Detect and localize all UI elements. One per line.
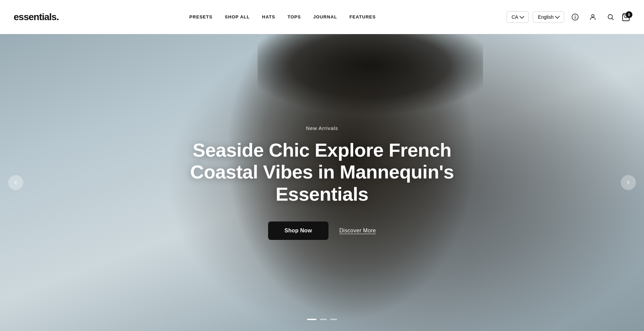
language-chevron-icon (555, 14, 560, 19)
site-logo[interactable]: essentials. (14, 12, 59, 23)
shop-now-button[interactable]: Shop Now (268, 221, 328, 240)
hero-hat-overlay (258, 34, 483, 138)
cart-count: 0 (626, 11, 632, 18)
region-value: CA (512, 14, 518, 20)
search-icon (607, 13, 614, 21)
hero-content: New Arrivals Seaside Chic Explore French… (169, 125, 475, 240)
search-button[interactable] (604, 10, 617, 24)
slide-dot-1[interactable] (307, 319, 317, 320)
nav-journal[interactable]: JOURNAL (313, 14, 337, 19)
discover-more-button[interactable]: Discover More (339, 228, 376, 234)
hero-section: New Arrivals Seaside Chic Explore French… (0, 34, 644, 331)
language-value: English (538, 14, 554, 20)
hero-next-button[interactable] (621, 175, 636, 190)
chevron-right-icon (626, 180, 631, 185)
hero-actions: Shop Now Discover More (175, 221, 469, 240)
account-button[interactable] (586, 10, 600, 24)
account-icon (589, 13, 597, 21)
hero-label: New Arrivals (175, 125, 469, 131)
language-selector[interactable]: English (533, 11, 564, 23)
hero-prev-button[interactable] (8, 175, 23, 190)
nav-presets[interactable]: PRESETS (189, 14, 213, 19)
nav-features[interactable]: FEATURES (349, 14, 376, 19)
svg-line-5 (612, 18, 613, 20)
hero-title: Seaside Chic Explore French Coastal Vibe… (175, 139, 469, 205)
region-chevron-icon (519, 14, 524, 19)
info-button[interactable] (568, 10, 582, 24)
info-icon (571, 13, 579, 21)
cart-button[interactable]: 0 (621, 13, 630, 21)
site-header: essentials. PRESETS SHOP ALL HATS TOPS J… (0, 0, 644, 34)
slide-dot-3[interactable] (330, 319, 337, 320)
slide-indicators (307, 319, 337, 320)
header-right: CA English (507, 10, 630, 24)
nav-tops[interactable]: TOPS (288, 14, 301, 19)
main-nav: PRESETS SHOP ALL HATS TOPS JOURNAL FEATU… (189, 14, 376, 19)
svg-point-3 (591, 14, 594, 17)
region-selector[interactable]: CA (507, 11, 529, 23)
nav-shop-all[interactable]: SHOP ALL (225, 14, 250, 19)
nav-hats[interactable]: HATS (262, 14, 275, 19)
chevron-left-icon (13, 180, 18, 185)
slide-dot-2[interactable] (320, 319, 327, 320)
